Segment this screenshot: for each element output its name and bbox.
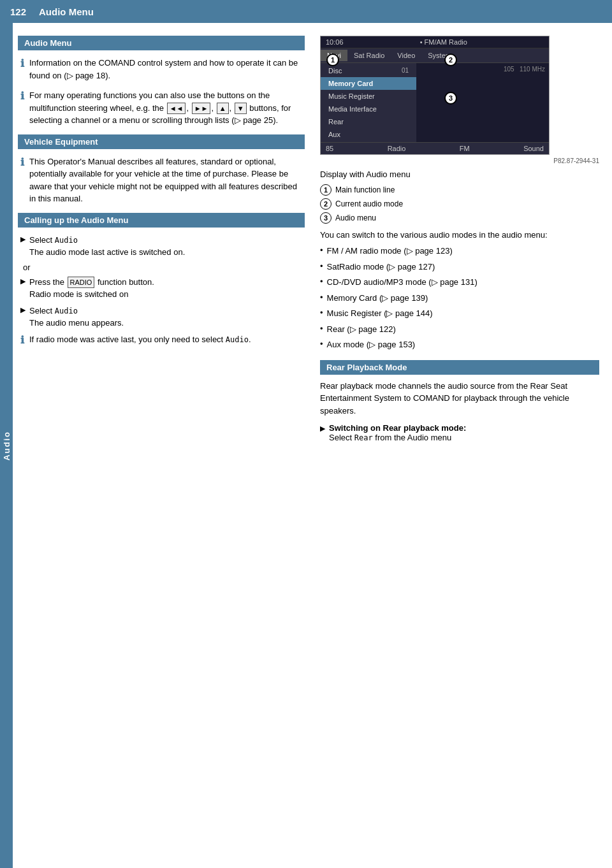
bullet-text-memcard: Memory Card (▷ page 139) bbox=[327, 292, 428, 305]
badge-3: 3 bbox=[444, 92, 457, 105]
caption-line-3: 3 Audio menu bbox=[320, 212, 599, 224]
menu-item-music-register[interactable]: Music Register bbox=[321, 90, 416, 103]
bullet-text-satradio: SatRadio mode (▷ page 127) bbox=[327, 261, 435, 273]
page-title: Audio Menu bbox=[39, 6, 94, 17]
caption-line-1: 1 Main function line bbox=[320, 184, 599, 196]
page-number: 122 bbox=[10, 6, 26, 17]
bullet-text-fm: FM / AM radio mode (▷ page 123) bbox=[327, 245, 453, 257]
info-block-2: ℹ For many operating functions you can a… bbox=[18, 89, 305, 127]
switch-intro: You can switch to the various audio mode… bbox=[320, 230, 599, 240]
bullet-text-rear: Rear (▷ page 122) bbox=[327, 323, 396, 336]
badge-2: 2 bbox=[444, 54, 457, 66]
rear-switching-text: Switching on Rear playback mode: Select … bbox=[329, 423, 466, 442]
info-text-3: This Operator's Manual describes all fea… bbox=[29, 156, 305, 205]
screen-wrapper: 10:06 • FM/AM Radio Navi Sat Radio Video… bbox=[320, 36, 550, 155]
screen-bottom-left: 85 bbox=[326, 145, 333, 152]
screen-time: 10:06 bbox=[326, 38, 344, 46]
menu-item-rear[interactable]: Rear bbox=[321, 115, 416, 128]
screen-menu: Disc 01 Memory Card Music Register Media… bbox=[321, 63, 416, 142]
screen-right-top: 105 110 MHz bbox=[416, 63, 549, 75]
comand-screen: 10:06 • FM/AM Radio Navi Sat Radio Video… bbox=[320, 36, 550, 155]
arrow-text-3: Select Audio The audio menu appears. bbox=[29, 305, 124, 329]
right-column: 10:06 • FM/AM Radio Navi Sat Radio Video… bbox=[320, 36, 599, 446]
menu-item-media-interface[interactable]: Media Interface bbox=[321, 103, 416, 115]
bullet-fm: • FM / AM radio mode (▷ page 123) bbox=[320, 245, 599, 257]
screen-fm-label: FM bbox=[460, 145, 470, 152]
screen-sound-label: Sound bbox=[523, 145, 544, 152]
screen-bottombar: 85 Radio FM Sound bbox=[321, 142, 549, 154]
caption-text-1: Main function line bbox=[335, 185, 395, 194]
arrow-text-1: Select Audio The audio mode last active … bbox=[29, 234, 185, 259]
screen-source: • FM/AM Radio bbox=[420, 38, 467, 46]
left-column: Audio Menu ℹ Information on the COMAND c… bbox=[18, 36, 305, 446]
bullet-memcard: • Memory Card (▷ page 139) bbox=[320, 292, 599, 305]
bullet-dot-musicreg: • bbox=[320, 308, 323, 317]
rear-playback-header: Rear Playback Mode bbox=[320, 360, 599, 375]
section-calling-audio-menu-header: Calling up the Audio Menu bbox=[18, 213, 305, 228]
section-vehicle-equipment-header: Vehicle Equipment bbox=[18, 134, 305, 149]
arrow-item-2: ▶ Press the RADIO function button. Radio… bbox=[18, 276, 305, 301]
nav-item-satradio[interactable]: Sat Radio bbox=[347, 50, 391, 61]
screen-right: 105 110 MHz bbox=[416, 63, 549, 142]
menu-item-memory-card[interactable]: Memory Card bbox=[321, 77, 416, 90]
page-header: 122 Audio Menu bbox=[0, 0, 612, 23]
bullet-dot-fm: • bbox=[320, 245, 323, 255]
nav-item-video[interactable]: Video bbox=[391, 50, 421, 61]
caption-line-2: 2 Current audio mode bbox=[320, 198, 599, 210]
display-caption: Display with Audio menu bbox=[320, 170, 599, 179]
screen-topbar: 10:06 • FM/AM Radio bbox=[321, 36, 549, 48]
menu-item-aux[interactable]: Aux bbox=[321, 128, 416, 141]
caption-text-2: Current audio mode bbox=[335, 199, 403, 208]
callout-2: 2 bbox=[320, 198, 332, 210]
callout-1: 1 bbox=[320, 184, 332, 196]
rear-switching-label: Switching on Rear playback mode: bbox=[329, 423, 466, 433]
info-text-2: For many operating functions you can als… bbox=[29, 89, 305, 127]
bullet-text-musicreg: Music Register (▷ page 144) bbox=[327, 307, 433, 320]
bullet-cddvd: • CD-/DVD audio/MP3 mode (▷ page 131) bbox=[320, 276, 599, 289]
info-block-4: ℹ If radio mode was active last, you onl… bbox=[18, 333, 305, 346]
bullet-dot-memcard: • bbox=[320, 293, 323, 302]
bullet-text-cddvd: CD-/DVD audio/MP3 mode (▷ page 131) bbox=[327, 276, 477, 289]
bullet-satradio: • SatRadio mode (▷ page 127) bbox=[320, 261, 599, 273]
bullet-musicreg: • Music Register (▷ page 144) bbox=[320, 307, 599, 320]
info-block-1: ℹ Information on the COMAND control syst… bbox=[18, 57, 305, 82]
bullet-dot-cddvd: • bbox=[320, 277, 323, 286]
callout-3: 3 bbox=[320, 212, 332, 224]
arrow-icon-3: ▶ bbox=[20, 306, 26, 314]
badge-1: 1 bbox=[326, 54, 339, 66]
or-text: or bbox=[23, 263, 305, 272]
info-icon-1: ℹ bbox=[20, 57, 24, 69]
info-block-3: ℹ This Operator's Manual describes all f… bbox=[18, 156, 305, 205]
info-icon-3: ℹ bbox=[20, 156, 24, 168]
rear-switching-item: ▶ Switching on Rear playback mode: Selec… bbox=[320, 423, 599, 442]
main-content: Audio Menu ℹ Information on the COMAND c… bbox=[0, 23, 612, 459]
info-icon-2: ℹ bbox=[20, 90, 24, 102]
rear-playback-body: Rear playback mode channels the audio so… bbox=[320, 380, 599, 417]
bullet-dot-rear: • bbox=[320, 324, 323, 333]
info-text-1: Information on the COMAND control system… bbox=[29, 57, 305, 82]
bold-arrow-icon: ▶ bbox=[320, 424, 325, 433]
menu-item-disc[interactable]: Disc 01 bbox=[321, 64, 416, 77]
arrow-item-1: ▶ Select Audio The audio mode last activ… bbox=[18, 234, 305, 259]
arrow-item-3: ▶ Select Audio The audio menu appears. bbox=[18, 305, 305, 329]
arrow-text-2: Press the RADIO function button. Radio m… bbox=[29, 276, 154, 301]
bullet-dot-satradio: • bbox=[320, 261, 323, 271]
info-text-4: If radio mode was active last, you only … bbox=[29, 333, 251, 346]
bullet-dot-aux: • bbox=[320, 339, 323, 349]
arrow-icon-2: ▶ bbox=[20, 277, 26, 286]
section-audio-menu-header: Audio Menu bbox=[18, 36, 305, 50]
bullet-text-aux: Aux mode (▷ page 153) bbox=[327, 338, 416, 351]
bullet-aux: • Aux mode (▷ page 153) bbox=[320, 338, 599, 351]
screen-navrow: Navi Sat Radio Video System bbox=[321, 48, 549, 63]
bullet-rear: • Rear (▷ page 122) bbox=[320, 323, 599, 336]
side-audio-label: Audio bbox=[0, 23, 13, 868]
info-icon-4: ℹ bbox=[20, 334, 24, 346]
arrow-icon-1: ▶ bbox=[20, 235, 26, 243]
screen-radio-label: Radio bbox=[388, 145, 406, 152]
caption-text-3: Audio menu bbox=[335, 213, 376, 222]
screen-body: Disc 01 Memory Card Music Register Media… bbox=[321, 63, 549, 142]
image-reference: P82.87-2944-31 bbox=[320, 157, 599, 164]
